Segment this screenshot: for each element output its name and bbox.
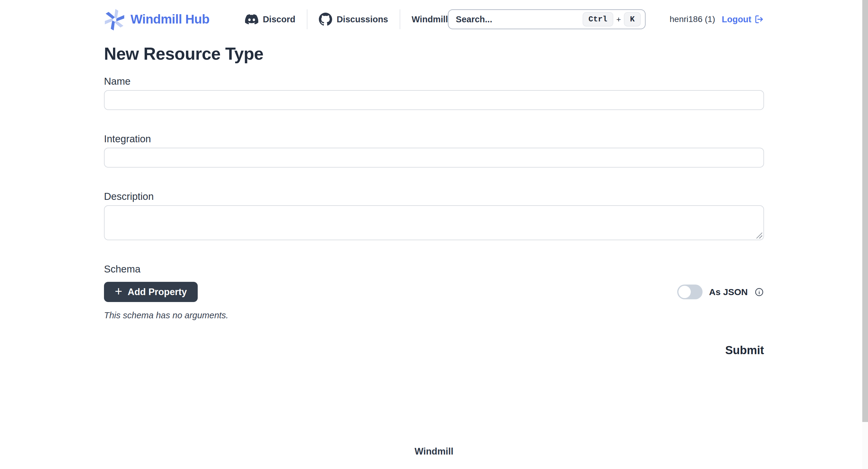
scrollbar-thumb[interactable]	[862, 0, 868, 422]
as-json-toggle[interactable]	[677, 285, 703, 299]
name-label: Name	[104, 75, 764, 87]
toggle-knob	[678, 286, 691, 298]
as-json-group: As JSON	[677, 285, 764, 299]
description-label: Description	[104, 190, 764, 202]
username: henri186 (1)	[670, 14, 715, 24]
header: Windmill Hub Discord Discussions Windmil…	[104, 0, 764, 32]
main-content: New Resource Type Name Integration Descr…	[104, 45, 764, 357]
plus-icon: +	[115, 285, 122, 298]
as-json-label: As JSON	[709, 287, 748, 297]
main-nav: Discord Discussions Windmill	[245, 9, 448, 29]
brand-logo[interactable]: Windmill Hub	[104, 7, 210, 32]
schema-label: Schema	[104, 263, 764, 275]
footer-windmill-link[interactable]: Windmill	[415, 446, 454, 457]
user-area: henri186 (1) Logout	[670, 14, 764, 24]
submit-button[interactable]: Submit	[725, 344, 764, 357]
add-property-button[interactable]: + Add Property	[104, 282, 198, 302]
logout-icon	[754, 14, 764, 24]
name-field[interactable]	[104, 90, 764, 110]
logout-link[interactable]: Logout	[722, 14, 764, 24]
nav-item-label: Discord	[263, 14, 296, 24]
schema-empty-text: This schema has no arguments.	[104, 310, 764, 320]
integration-field[interactable]	[104, 148, 764, 167]
info-icon[interactable]	[754, 287, 764, 297]
github-icon	[319, 13, 332, 26]
schema-toolbar: + Add Property As JSON	[104, 282, 764, 302]
nav-item-label: Discussions	[337, 14, 388, 24]
integration-label: Integration	[104, 133, 764, 145]
scrollbar-track[interactable]	[862, 0, 868, 469]
nav-item-discord[interactable]: Discord	[245, 13, 296, 26]
search-input[interactable]	[456, 14, 582, 24]
footer: Windmill	[0, 446, 868, 457]
add-property-label: Add Property	[128, 287, 187, 298]
kbd-ctrl: Ctrl	[583, 12, 613, 27]
page-title: New Resource Type	[104, 45, 764, 62]
nav-divider	[400, 9, 400, 29]
textarea-resize-handle[interactable]	[756, 232, 762, 239]
logout-label: Logout	[722, 14, 751, 24]
kbd-k: K	[624, 12, 641, 27]
nav-item-label: Windmill	[412, 14, 448, 24]
search-box[interactable]: Ctrl + K	[448, 9, 645, 29]
nav-item-discussions[interactable]: Discussions	[319, 13, 388, 26]
submit-row: Submit	[104, 344, 764, 357]
description-field[interactable]	[104, 205, 764, 240]
brand-title: Windmill Hub	[130, 12, 210, 27]
nav-divider	[307, 9, 307, 29]
windmill-logo-icon	[104, 7, 125, 32]
discord-icon	[245, 13, 258, 26]
kbd-plus-separator: +	[616, 15, 621, 24]
nav-item-windmill[interactable]: Windmill	[412, 14, 448, 24]
